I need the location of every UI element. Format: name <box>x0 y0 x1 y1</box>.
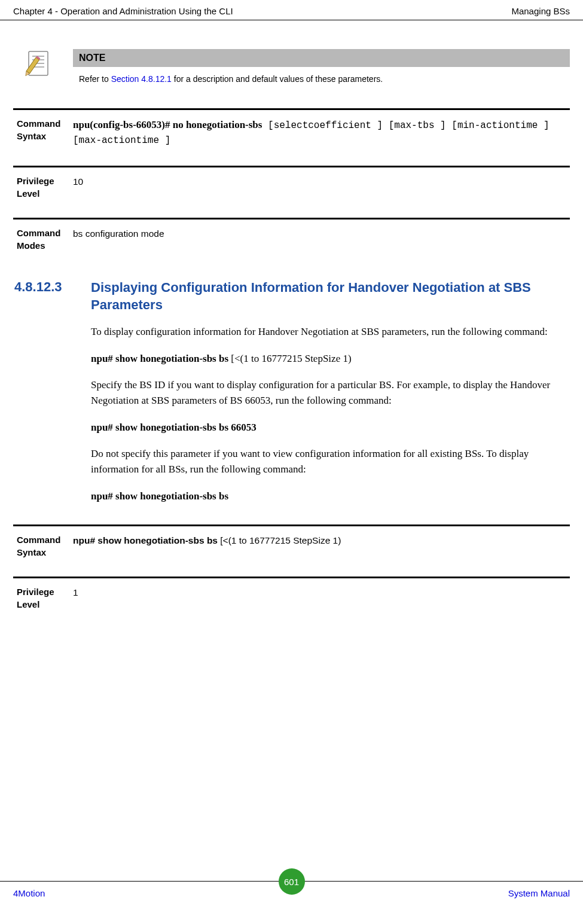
footer-right[interactable]: System Manual <box>508 888 570 898</box>
privilege-level-block-1: Privilege Level 10 <box>13 166 570 216</box>
command-modes-block: Command Modes bs configuration mode <box>13 218 570 269</box>
paragraph-2: npu# show honegotiation-sbs bs [<(1 to 1… <box>13 351 570 367</box>
command-syntax-block-1: Command Syntax npu(config-bs-66053)# no … <box>13 108 570 164</box>
command-syntax-value-1: npu(config-bs-66053)# no honegotiation-s… <box>73 117 570 148</box>
page-footer: 4Motion 601 System Manual <box>0 881 583 905</box>
note-body-suffix: for a description and default values of … <box>172 74 383 84</box>
paragraph-2-bold: npu# show honegotiation-sbs bs <box>91 353 228 364</box>
note-body: Refer to Section 4.8.12.1 for a descript… <box>73 67 570 90</box>
command-syntax-label-1: Command Syntax <box>13 117 73 148</box>
paragraph-3: Specify the BS ID if you want to display… <box>13 377 570 409</box>
paragraph-2-rest: [<(1 to 16777215 StepSize 1) <box>228 353 352 364</box>
command-modes-value: bs configuration mode <box>73 227 570 252</box>
paragraph-5: Do not specify this parameter if you wan… <box>13 446 570 478</box>
command-syntax-label-2: Command Syntax <box>13 533 73 559</box>
paragraph-6: npu# show honegotiation-sbs bs <box>13 489 570 504</box>
paragraph-4-bold: npu# show honegotiation-sbs bs 66053 <box>91 422 257 433</box>
section-number: 4.8.12.3 <box>13 279 91 313</box>
paragraph-4: npu# show honegotiation-sbs bs 66053 <box>13 420 570 435</box>
privilege-level-label-1: Privilege Level <box>13 175 73 200</box>
note-label: NOTE <box>73 49 570 67</box>
content-area: NOTE Refer to Section 4.8.12.1 for a des… <box>0 49 583 627</box>
privilege-level-block-2: Privilege Level 1 <box>13 577 570 627</box>
page-number-badge: 601 <box>279 868 305 895</box>
privilege-level-value-2: 1 <box>73 585 570 611</box>
command-syntax-block-2: Command Syntax npu# show honegotiation-s… <box>13 524 570 575</box>
note-box: NOTE Refer to Section 4.8.12.1 for a des… <box>25 49 570 90</box>
footer-left[interactable]: 4Motion <box>13 888 45 898</box>
note-body-prefix: Refer to <box>79 74 111 84</box>
command-syntax-bold-2: npu# show honegotiation-sbs bs <box>73 535 218 545</box>
command-syntax-bold-1: npu(config-bs-66053)# no honegotiation-s… <box>73 119 262 130</box>
note-content: NOTE Refer to Section 4.8.12.1 for a des… <box>73 49 570 90</box>
paragraph-6-bold: npu# show honegotiation-sbs bs <box>91 490 228 502</box>
command-syntax-rest-2: [<(1 to 16777215 StepSize 1) <box>218 535 341 545</box>
page-header: Chapter 4 - Operation and Administration… <box>0 0 583 20</box>
command-modes-label: Command Modes <box>13 227 73 252</box>
section-title: Displaying Configuration Information for… <box>91 279 570 313</box>
note-link[interactable]: Section 4.8.12.1 <box>111 74 172 84</box>
header-right: Managing BSs <box>511 6 570 16</box>
paragraph-1: To display configuration information for… <box>13 324 570 340</box>
privilege-level-value-1: 10 <box>73 175 570 200</box>
note-icon <box>25 49 56 80</box>
command-syntax-value-2: npu# show honegotiation-sbs bs [<(1 to 1… <box>73 533 570 559</box>
section-heading: 4.8.12.3 Displaying Configuration Inform… <box>13 279 570 313</box>
page-number: 601 <box>284 877 299 887</box>
privilege-level-label-2: Privilege Level <box>13 585 73 611</box>
header-left: Chapter 4 - Operation and Administration… <box>13 6 233 16</box>
